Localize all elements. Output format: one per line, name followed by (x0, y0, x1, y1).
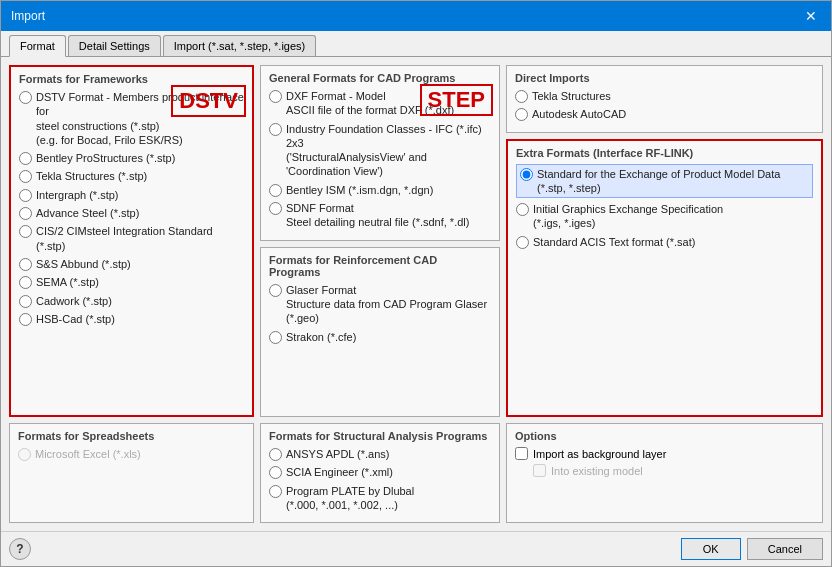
direct-imports-title: Direct Imports (515, 72, 814, 84)
radio-scia[interactable]: SCIA Engineer (*.xml) (269, 465, 491, 479)
cancel-button[interactable]: Cancel (747, 538, 823, 560)
spreadsheets-panel: Formats for Spreadsheets Microsoft Excel… (9, 423, 254, 523)
main-content: Formats for Frameworks DSTV DSTV Format … (1, 57, 831, 531)
radio-ss-abbund[interactable]: S&S Abbund (*.stp) (19, 257, 244, 271)
tab-format[interactable]: Format (9, 35, 66, 57)
import-dialog: Import ✕ Format Detail Settings Import (… (0, 0, 832, 567)
radio-cadwork[interactable]: Cadwork (*.stp) (19, 294, 244, 308)
radio-intergraph[interactable]: Intergraph (*.stp) (19, 188, 244, 202)
checkbox-bg-layer[interactable]: Import as background layer (515, 447, 814, 460)
checkbox-existing-model[interactable]: Into existing model (533, 464, 814, 477)
direct-imports-panel: Direct Imports Tekla Structures Autodesk… (506, 65, 823, 133)
radio-strakon[interactable]: Strakon (*.cfe) (269, 330, 491, 344)
reinforcement-cad-title: Formats for Reinforcement CAD Programs (269, 254, 491, 278)
middle-column: General Formats for CAD Programs STEP DX… (260, 65, 500, 417)
radio-bentley-ism[interactable]: Bentley ISM (*.ism.dgn, *.dgn) (269, 183, 491, 197)
radio-excel[interactable]: Microsoft Excel (*.xls) (18, 447, 245, 461)
radio-tekla-fw[interactable]: Tekla Structures (*.stp) (19, 169, 244, 183)
radio-autocad[interactable]: Autodesk AutoCAD (515, 107, 814, 121)
radio-step-model[interactable]: Standard for the Exchange of Product Mod… (516, 164, 813, 199)
tab-bar: Format Detail Settings Import (*.sat, *.… (1, 31, 831, 57)
radio-bentley[interactable]: Bentley ProStructures (*.stp) (19, 151, 244, 165)
window-title: Import (11, 9, 45, 23)
formats-frameworks-panel: Formats for Frameworks DSTV DSTV Format … (9, 65, 254, 417)
structural-analysis-panel: Formats for Structural Analysis Programs… (260, 423, 500, 523)
radio-plate[interactable]: Program PLATE by Dlubal(*.000, *.001, *.… (269, 484, 491, 513)
radio-acis[interactable]: Standard ACIS Text format (*.sat) (516, 235, 813, 249)
radio-sema[interactable]: SEMA (*.stp) (19, 275, 244, 289)
existing-model-label: Into existing model (551, 465, 643, 477)
tab-import[interactable]: Import (*.sat, *.step, *.iges) (163, 35, 316, 56)
ok-button[interactable]: OK (681, 538, 741, 560)
columns-top: Formats for Frameworks DSTV DSTV Format … (9, 65, 823, 417)
radio-sdnf[interactable]: SDNF FormatSteel detailing neutral file … (269, 201, 491, 230)
help-button[interactable]: ? (9, 538, 31, 560)
options-title: Options (515, 430, 814, 442)
reinforcement-cad-panel: Formats for Reinforcement CAD Programs G… (260, 247, 500, 417)
close-button[interactable]: ✕ (801, 8, 821, 24)
title-bar: Import ✕ (1, 1, 831, 31)
dstv-badge: DSTV (171, 85, 246, 117)
radio-ifc[interactable]: Industry Foundation Classes - IFC (*.ifc… (269, 122, 491, 179)
spreadsheets-title: Formats for Spreadsheets (18, 430, 245, 442)
extra-formats-title: Extra Formats (Interface RF-LINK) (516, 147, 813, 159)
step-badge: STEP (420, 84, 493, 116)
radio-hsb-cad[interactable]: HSB-Cad (*.stp) (19, 312, 244, 326)
general-cad-title: General Formats for CAD Programs (269, 72, 491, 84)
bg-layer-label: Import as background layer (533, 448, 666, 460)
radio-ansys[interactable]: ANSYS APDL (*.ans) (269, 447, 491, 461)
footer: ? OK Cancel (1, 531, 831, 566)
radio-cis2[interactable]: CIS/2 CIMsteel Integration Standard (*.s… (19, 224, 244, 253)
formats-frameworks-title: Formats for Frameworks (19, 73, 244, 85)
radio-advance[interactable]: Advance Steel (*.stp) (19, 206, 244, 220)
right-column: Direct Imports Tekla Structures Autodesk… (506, 65, 823, 417)
general-cad-panel: General Formats for CAD Programs STEP DX… (260, 65, 500, 241)
extra-formats-panel: Extra Formats (Interface RF-LINK) Standa… (506, 139, 823, 417)
left-column: Formats for Frameworks DSTV DSTV Format … (9, 65, 254, 417)
structural-analysis-title: Formats for Structural Analysis Programs (269, 430, 491, 442)
columns-bottom: Formats for Spreadsheets Microsoft Excel… (9, 423, 823, 523)
radio-glaser[interactable]: Glaser FormatStructure data from CAD Pro… (269, 283, 491, 326)
radio-iges[interactable]: Initial Graphics Exchange Specification(… (516, 202, 813, 231)
options-panel: Options Import as background layer Into … (506, 423, 823, 523)
footer-buttons: OK Cancel (681, 538, 823, 560)
tab-detail-settings[interactable]: Detail Settings (68, 35, 161, 56)
radio-tekla-di[interactable]: Tekla Structures (515, 89, 814, 103)
